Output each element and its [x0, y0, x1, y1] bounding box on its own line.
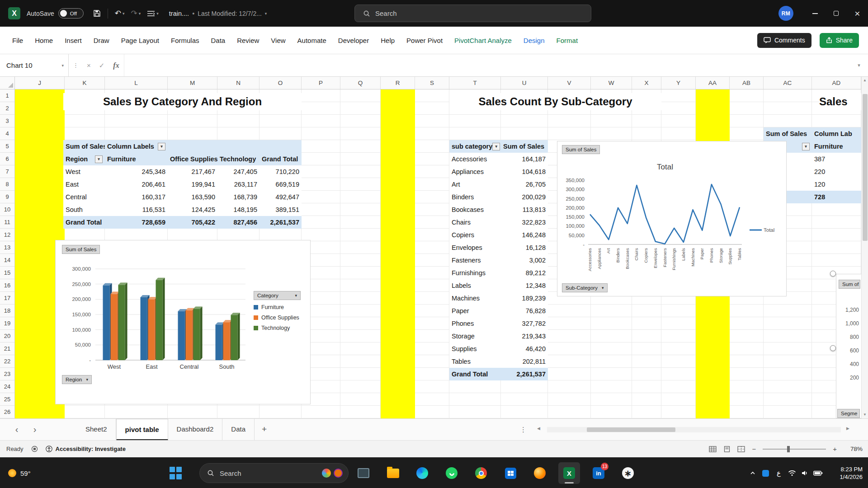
taskbar-app-desktop[interactable]: [353, 462, 374, 484]
column-header-K[interactable]: K: [65, 77, 105, 89]
row-label-cell[interactable]: Bookcases: [449, 203, 501, 216]
ribbon-tab-automate[interactable]: Automate: [292, 27, 332, 54]
value-cell[interactable]: 146,248: [501, 229, 548, 241]
value-cell[interactable]: 492,647: [259, 191, 302, 203]
column-labels-filter-button[interactable]: ▾: [158, 143, 165, 150]
values-field-button[interactable]: Sum of Sales: [62, 245, 100, 254]
battery-button[interactable]: [811, 470, 825, 476]
column-header-AB[interactable]: AB: [730, 77, 764, 89]
value-cell[interactable]: 220: [812, 165, 861, 178]
value-cell[interactable]: 247,405: [217, 165, 259, 178]
legend-field-button[interactable]: Category▾: [254, 291, 301, 300]
row-header-24[interactable]: 24: [0, 380, 14, 393]
column-header-M[interactable]: M: [168, 77, 217, 89]
row-label-cell[interactable]: Phones: [449, 317, 501, 330]
value-cell[interactable]: 217,467: [168, 165, 217, 178]
row-header-11[interactable]: 11: [0, 216, 14, 229]
formula-input[interactable]: [124, 54, 850, 76]
partial-chart[interactable]: Sum of 1,2001,000800600400200 Segme: [836, 274, 861, 418]
value-cell[interactable]: 12,348: [501, 279, 548, 292]
ribbon-tab-review[interactable]: Review: [231, 27, 265, 54]
region-filter-button[interactable]: ▾: [95, 155, 103, 163]
value-cell[interactable]: 219,343: [501, 330, 548, 343]
column-header-Y[interactable]: Y: [661, 77, 696, 89]
horizontal-scrollbar-thumb[interactable]: [587, 427, 675, 432]
grand-total-value[interactable]: 2,261,537: [501, 368, 548, 380]
grand-total-label[interactable]: Grand Total: [449, 368, 501, 380]
row-header-18[interactable]: 18: [0, 305, 14, 317]
row-label-cell[interactable]: East: [63, 178, 105, 191]
value-cell[interactable]: 160,317: [105, 191, 168, 203]
bar-chart[interactable]: 300,000250,000200,000150,000100,00050,00…: [55, 240, 311, 404]
values-field-button[interactable]: Sum of Sales: [562, 145, 600, 154]
sheet-title-right[interactable]: Sales: [819, 93, 861, 110]
row-label-cell[interactable]: Envelopes: [449, 241, 501, 254]
row-header-26[interactable]: 26: [0, 406, 14, 418]
zoom-slider[interactable]: [763, 449, 826, 450]
column-header-cell[interactable]: Grand Total: [259, 153, 302, 165]
column-header-cell[interactable]: Furniture: [105, 153, 168, 165]
row-label-cell[interactable]: Chairs: [449, 216, 501, 229]
value-cell[interactable]: 389,151: [259, 203, 302, 216]
row-header-23[interactable]: 23: [0, 368, 14, 380]
undo-button[interactable]: ↶ ▾: [115, 9, 125, 17]
column-header-cell[interactable]: Office Supplies: [168, 153, 217, 165]
value-cell[interactable]: Furniture: [812, 140, 861, 153]
pivot-cell[interactable]: [217, 140, 259, 153]
value-cell[interactable]: 202,811: [501, 355, 548, 368]
chart-selection-handle[interactable]: [830, 345, 836, 351]
comments-button[interactable]: Comments: [757, 33, 811, 48]
taskbar-app-store[interactable]: [500, 462, 521, 484]
column-header-N[interactable]: N: [217, 77, 259, 89]
value-cell[interactable]: 728: [812, 191, 861, 203]
line-chart[interactable]: Total350,000300,000250,000200,000150,000…: [557, 141, 787, 296]
grand-total-value[interactable]: 728,659: [105, 216, 168, 229]
language-indicator[interactable]: ع: [772, 469, 785, 477]
ribbon-tab-developer[interactable]: Developer: [332, 27, 375, 54]
taskbar-app-edge[interactable]: [411, 462, 433, 484]
pivot-cell[interactable]: [168, 140, 217, 153]
ribbon-display-options-button[interactable]: ▾: [147, 10, 159, 17]
taskbar-app-excel[interactable]: X: [558, 462, 580, 484]
sheet-title-left[interactable]: Sales By Category And Region: [63, 93, 302, 110]
row-label-cell[interactable]: Sum of Sales: [764, 127, 812, 140]
column-header-S[interactable]: S: [415, 77, 449, 89]
add-sheet-button[interactable]: +: [255, 419, 274, 441]
value-cell[interactable]: 245,348: [105, 165, 168, 178]
row-header-21[interactable]: 21: [0, 343, 14, 355]
row-label-cell[interactable]: Binders: [449, 191, 501, 203]
scroll-left-icon[interactable]: ◀: [537, 426, 540, 431]
subcategory-filter-button[interactable]: ▾: [492, 143, 500, 150]
maximize-button[interactable]: [826, 0, 847, 27]
ribbon-tab-home[interactable]: Home: [29, 27, 59, 54]
row-label-cell[interactable]: Tables: [449, 355, 501, 368]
taskbar-clock[interactable]: 8:23 PM 1/4/2026: [828, 465, 863, 481]
row-header-25[interactable]: 25: [0, 393, 14, 406]
row-header-22[interactable]: 22: [0, 355, 14, 368]
taskbar-app-chrome[interactable]: [470, 462, 492, 484]
minimize-button[interactable]: [804, 0, 826, 27]
value-cell[interactable]: Column Lab: [812, 127, 861, 140]
column-header-L[interactable]: L: [105, 77, 168, 89]
value-cell[interactable]: 104,618: [501, 165, 548, 178]
legend-item[interactable]: Furniture: [254, 304, 309, 310]
file-menu[interactable]: train.... • Last Modified: 12/7/2... ▾: [169, 10, 267, 17]
taskbar-app-file-explorer[interactable]: [382, 462, 404, 484]
row-header-14[interactable]: 14: [0, 254, 14, 267]
value-cell[interactable]: 113,813: [501, 203, 548, 216]
insert-function-button[interactable]: fx: [113, 61, 119, 70]
row-header-7[interactable]: 7: [0, 165, 14, 178]
column-header-AD[interactable]: AD: [812, 77, 861, 89]
value-cell[interactable]: 164,187: [501, 153, 548, 165]
weather-widget[interactable]: 59°: [8, 458, 31, 488]
column-header-cell[interactable]: Technology: [217, 153, 259, 165]
axis-field-button[interactable]: Sub-Category▾: [562, 283, 608, 292]
value-cell[interactable]: 163,590: [168, 191, 217, 203]
tabs-menu-icon[interactable]: ⋮: [520, 419, 527, 441]
ribbon-tab-file[interactable]: File: [6, 27, 29, 54]
row-label-cell[interactable]: West: [63, 165, 105, 178]
values-field-button[interactable]: Sum of: [839, 280, 860, 289]
row-labels-filter-button[interactable]: ▾: [802, 143, 810, 150]
sheet-tab-pivot-table[interactable]: pivot table: [116, 419, 168, 441]
column-labels-cell[interactable]: Column Labels▾: [105, 140, 168, 153]
